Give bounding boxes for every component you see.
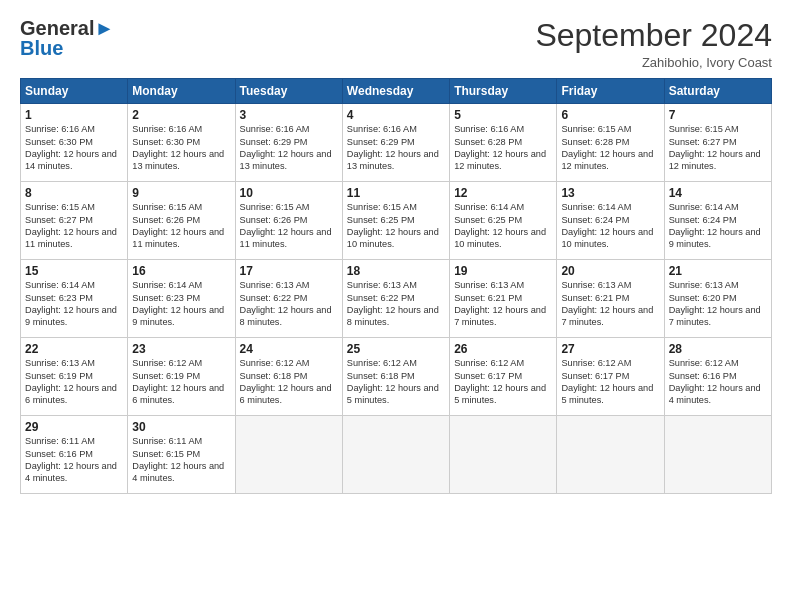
day-info: Sunrise: 6:15 AM Sunset: 6:26 PM Dayligh… <box>240 201 338 251</box>
table-row: 5 Sunrise: 6:16 AM Sunset: 6:28 PM Dayli… <box>450 104 557 182</box>
table-row <box>235 416 342 494</box>
calendar-week-row: 8 Sunrise: 6:15 AM Sunset: 6:27 PM Dayli… <box>21 182 772 260</box>
table-row: 15 Sunrise: 6:14 AM Sunset: 6:23 PM Dayl… <box>21 260 128 338</box>
day-number: 11 <box>347 186 445 200</box>
day-number: 21 <box>669 264 767 278</box>
calendar-week-row: 22 Sunrise: 6:13 AM Sunset: 6:19 PM Dayl… <box>21 338 772 416</box>
day-number: 8 <box>25 186 123 200</box>
day-number: 20 <box>561 264 659 278</box>
header-thursday: Thursday <box>450 79 557 104</box>
day-info: Sunrise: 6:12 AM Sunset: 6:18 PM Dayligh… <box>240 357 338 407</box>
day-info: Sunrise: 6:15 AM Sunset: 6:26 PM Dayligh… <box>132 201 230 251</box>
table-row: 1 Sunrise: 6:16 AM Sunset: 6:30 PM Dayli… <box>21 104 128 182</box>
day-number: 30 <box>132 420 230 434</box>
header: General► Blue September 2024 Zahibohio, … <box>20 18 772 70</box>
table-row: 27 Sunrise: 6:12 AM Sunset: 6:17 PM Dayl… <box>557 338 664 416</box>
day-info: Sunrise: 6:15 AM Sunset: 6:28 PM Dayligh… <box>561 123 659 173</box>
day-number: 18 <box>347 264 445 278</box>
day-info: Sunrise: 6:11 AM Sunset: 6:15 PM Dayligh… <box>132 435 230 485</box>
day-info: Sunrise: 6:12 AM Sunset: 6:19 PM Dayligh… <box>132 357 230 407</box>
table-row: 26 Sunrise: 6:12 AM Sunset: 6:17 PM Dayl… <box>450 338 557 416</box>
day-info: Sunrise: 6:13 AM Sunset: 6:21 PM Dayligh… <box>561 279 659 329</box>
day-number: 1 <box>25 108 123 122</box>
day-number: 2 <box>132 108 230 122</box>
calendar: Sunday Monday Tuesday Wednesday Thursday… <box>20 78 772 494</box>
table-row: 24 Sunrise: 6:12 AM Sunset: 6:18 PM Dayl… <box>235 338 342 416</box>
day-info: Sunrise: 6:16 AM Sunset: 6:29 PM Dayligh… <box>347 123 445 173</box>
table-row: 10 Sunrise: 6:15 AM Sunset: 6:26 PM Dayl… <box>235 182 342 260</box>
logo: General► Blue <box>20 18 114 58</box>
table-row: 29 Sunrise: 6:11 AM Sunset: 6:16 PM Dayl… <box>21 416 128 494</box>
page: General► Blue September 2024 Zahibohio, … <box>0 0 792 612</box>
table-row: 3 Sunrise: 6:16 AM Sunset: 6:29 PM Dayli… <box>235 104 342 182</box>
table-row: 7 Sunrise: 6:15 AM Sunset: 6:27 PM Dayli… <box>664 104 771 182</box>
title-block: September 2024 Zahibohio, Ivory Coast <box>535 18 772 70</box>
day-info: Sunrise: 6:14 AM Sunset: 6:23 PM Dayligh… <box>25 279 123 329</box>
location: Zahibohio, Ivory Coast <box>535 55 772 70</box>
table-row: 12 Sunrise: 6:14 AM Sunset: 6:25 PM Dayl… <box>450 182 557 260</box>
calendar-week-row: 29 Sunrise: 6:11 AM Sunset: 6:16 PM Dayl… <box>21 416 772 494</box>
day-info: Sunrise: 6:16 AM Sunset: 6:29 PM Dayligh… <box>240 123 338 173</box>
table-row: 23 Sunrise: 6:12 AM Sunset: 6:19 PM Dayl… <box>128 338 235 416</box>
day-info: Sunrise: 6:13 AM Sunset: 6:19 PM Dayligh… <box>25 357 123 407</box>
day-info: Sunrise: 6:12 AM Sunset: 6:18 PM Dayligh… <box>347 357 445 407</box>
day-info: Sunrise: 6:12 AM Sunset: 6:16 PM Dayligh… <box>669 357 767 407</box>
table-row: 4 Sunrise: 6:16 AM Sunset: 6:29 PM Dayli… <box>342 104 449 182</box>
day-number: 14 <box>669 186 767 200</box>
table-row: 19 Sunrise: 6:13 AM Sunset: 6:21 PM Dayl… <box>450 260 557 338</box>
day-number: 13 <box>561 186 659 200</box>
table-row: 25 Sunrise: 6:12 AM Sunset: 6:18 PM Dayl… <box>342 338 449 416</box>
day-number: 3 <box>240 108 338 122</box>
month-title: September 2024 <box>535 18 772 53</box>
table-row: 2 Sunrise: 6:16 AM Sunset: 6:30 PM Dayli… <box>128 104 235 182</box>
day-number: 29 <box>25 420 123 434</box>
calendar-week-row: 15 Sunrise: 6:14 AM Sunset: 6:23 PM Dayl… <box>21 260 772 338</box>
table-row <box>342 416 449 494</box>
table-row: 8 Sunrise: 6:15 AM Sunset: 6:27 PM Dayli… <box>21 182 128 260</box>
table-row: 30 Sunrise: 6:11 AM Sunset: 6:15 PM Dayl… <box>128 416 235 494</box>
day-info: Sunrise: 6:14 AM Sunset: 6:25 PM Dayligh… <box>454 201 552 251</box>
header-friday: Friday <box>557 79 664 104</box>
table-row: 22 Sunrise: 6:13 AM Sunset: 6:19 PM Dayl… <box>21 338 128 416</box>
day-info: Sunrise: 6:14 AM Sunset: 6:24 PM Dayligh… <box>669 201 767 251</box>
day-number: 7 <box>669 108 767 122</box>
day-info: Sunrise: 6:15 AM Sunset: 6:27 PM Dayligh… <box>25 201 123 251</box>
table-row: 20 Sunrise: 6:13 AM Sunset: 6:21 PM Dayl… <box>557 260 664 338</box>
day-number: 4 <box>347 108 445 122</box>
table-row: 16 Sunrise: 6:14 AM Sunset: 6:23 PM Dayl… <box>128 260 235 338</box>
day-number: 24 <box>240 342 338 356</box>
table-row <box>664 416 771 494</box>
day-info: Sunrise: 6:16 AM Sunset: 6:30 PM Dayligh… <box>132 123 230 173</box>
day-number: 6 <box>561 108 659 122</box>
header-monday: Monday <box>128 79 235 104</box>
header-tuesday: Tuesday <box>235 79 342 104</box>
header-saturday: Saturday <box>664 79 771 104</box>
day-number: 28 <box>669 342 767 356</box>
day-info: Sunrise: 6:15 AM Sunset: 6:27 PM Dayligh… <box>669 123 767 173</box>
day-info: Sunrise: 6:12 AM Sunset: 6:17 PM Dayligh… <box>561 357 659 407</box>
header-wednesday: Wednesday <box>342 79 449 104</box>
day-number: 5 <box>454 108 552 122</box>
day-number: 10 <box>240 186 338 200</box>
day-info: Sunrise: 6:16 AM Sunset: 6:30 PM Dayligh… <box>25 123 123 173</box>
day-number: 12 <box>454 186 552 200</box>
table-row: 17 Sunrise: 6:13 AM Sunset: 6:22 PM Dayl… <box>235 260 342 338</box>
day-number: 16 <box>132 264 230 278</box>
day-number: 17 <box>240 264 338 278</box>
day-number: 9 <box>132 186 230 200</box>
table-row <box>557 416 664 494</box>
table-row: 6 Sunrise: 6:15 AM Sunset: 6:28 PM Dayli… <box>557 104 664 182</box>
table-row: 28 Sunrise: 6:12 AM Sunset: 6:16 PM Dayl… <box>664 338 771 416</box>
day-info: Sunrise: 6:14 AM Sunset: 6:23 PM Dayligh… <box>132 279 230 329</box>
table-row: 13 Sunrise: 6:14 AM Sunset: 6:24 PM Dayl… <box>557 182 664 260</box>
day-info: Sunrise: 6:13 AM Sunset: 6:22 PM Dayligh… <box>240 279 338 329</box>
day-info: Sunrise: 6:13 AM Sunset: 6:20 PM Dayligh… <box>669 279 767 329</box>
day-number: 23 <box>132 342 230 356</box>
calendar-week-row: 1 Sunrise: 6:16 AM Sunset: 6:30 PM Dayli… <box>21 104 772 182</box>
day-number: 22 <box>25 342 123 356</box>
day-info: Sunrise: 6:16 AM Sunset: 6:28 PM Dayligh… <box>454 123 552 173</box>
day-info: Sunrise: 6:15 AM Sunset: 6:25 PM Dayligh… <box>347 201 445 251</box>
table-row <box>450 416 557 494</box>
day-number: 25 <box>347 342 445 356</box>
table-row: 11 Sunrise: 6:15 AM Sunset: 6:25 PM Dayl… <box>342 182 449 260</box>
